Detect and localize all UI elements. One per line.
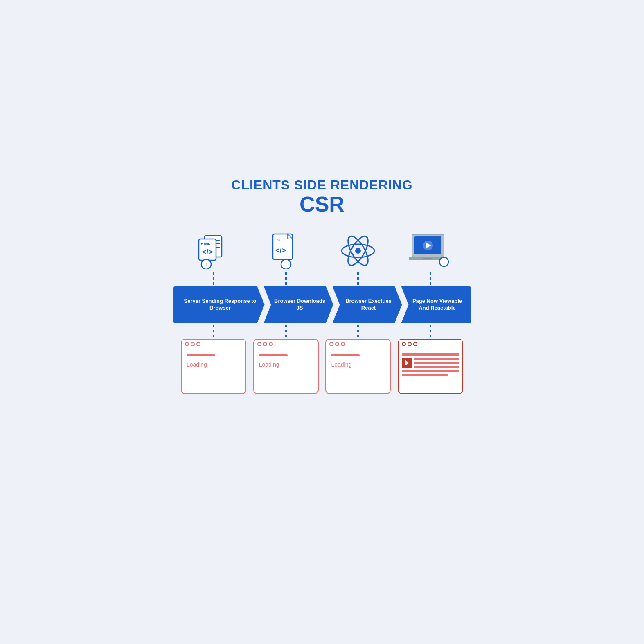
- browser-titlebar-1: [182, 340, 245, 349]
- browser-body-2: Loading: [254, 349, 318, 373]
- step3-arrow: Browser Exectues React: [333, 286, 402, 323]
- bottom-dash-1: [178, 325, 250, 337]
- content-block-row: [402, 358, 459, 368]
- browser-titlebar-4: [399, 340, 462, 349]
- loaded-content-4: [399, 349, 462, 380]
- browser-window-3: Loading: [325, 339, 391, 394]
- svg-rect-24: [423, 258, 432, 259]
- steps-row: Server Sending Response to Browser Brows…: [173, 286, 471, 323]
- browser-dot-1c: [196, 342, 200, 346]
- loading-bar-container-3: [331, 354, 385, 356]
- dash-1: [178, 272, 250, 285]
- browser-dot-1a: [185, 342, 189, 346]
- page-title-main: CLIENTS SIDE RENDERING: [231, 178, 412, 193]
- browser-cell-3: Loading: [322, 339, 394, 394]
- step1-label: Server Sending Response to Browser: [182, 298, 259, 312]
- svg-text:</>: </>: [202, 248, 213, 256]
- browser-dot-3a: [329, 342, 333, 346]
- browser-dot-4a: [402, 342, 406, 346]
- browser-dot-1b: [191, 342, 195, 346]
- browser-dot-4b: [408, 342, 412, 346]
- step2-arrow: Browser Downloads JS: [264, 286, 333, 323]
- content-line-1: [414, 358, 459, 360]
- browsers-row: Loading Loading: [173, 339, 471, 394]
- icons-row: HTML </> ↓ JS </>: [173, 232, 471, 269]
- js-file-icon: JS </> ↓: [270, 232, 302, 269]
- header: CLIENTS SIDE RENDERING CSR: [231, 178, 412, 216]
- content-block-bottom2: [402, 374, 448, 376]
- step4-arrow: Page Now ViewableAnd Reactable: [401, 286, 471, 323]
- bottom-dash-3: [322, 325, 394, 337]
- browser-dot-2b: [263, 342, 267, 346]
- browser-cell-2: Loading: [250, 339, 322, 394]
- content-line-2: [414, 362, 459, 364]
- bottom-dash-2: [250, 325, 322, 337]
- step2-label: Browser Downloads JS: [272, 298, 328, 312]
- svg-text:↓: ↓: [284, 261, 287, 268]
- browser-window-1: Loading: [181, 339, 246, 394]
- laptop-icon: ↓: [408, 232, 453, 269]
- svg-text:JS: JS: [275, 238, 280, 242]
- html-file-icon: HTML </> ↓: [193, 232, 234, 269]
- browser-body-1: Loading: [182, 349, 245, 373]
- step3-label: Browser Exectues React: [341, 298, 396, 312]
- bottom-dash-4: [394, 325, 467, 337]
- flow-diagram: HTML </> ↓ JS </>: [173, 232, 471, 394]
- browser-cell-4: [394, 339, 467, 394]
- loading-bar-3: [331, 354, 360, 356]
- browser-window-2: Loading: [253, 339, 319, 394]
- content-line-3: [414, 366, 459, 368]
- loading-label-3: Loading: [331, 361, 385, 368]
- content-block-top: [402, 353, 459, 356]
- page-container: CLIENTS SIDE RENDERING CSR HTML: [161, 161, 483, 483]
- svg-text:</>: </>: [275, 246, 286, 254]
- svg-text:HTML: HTML: [201, 242, 210, 245]
- content-lines: [414, 358, 459, 368]
- bottom-dashes-row: [173, 325, 471, 337]
- browser-dot-3b: [335, 342, 339, 346]
- page-title-sub: CSR: [231, 193, 412, 216]
- browser-dot-4c: [413, 342, 417, 346]
- browser-dot-2a: [257, 342, 261, 346]
- browser-dot-2c: [269, 342, 273, 346]
- browser-dot-3c: [341, 342, 345, 346]
- loading-bar-container-2: [259, 354, 313, 356]
- loading-bar-container-1: [187, 354, 241, 356]
- browser-window-4: [398, 339, 463, 394]
- browser-titlebar-2: [254, 340, 318, 349]
- content-play-icon: [402, 358, 412, 368]
- svg-point-18: [355, 248, 361, 254]
- svg-text:↓: ↓: [443, 259, 446, 265]
- dash-4: [394, 272, 467, 285]
- step4-label: Page Now ViewableAnd Reactable: [412, 298, 462, 312]
- step1-icon-cell: HTML </> ↓: [178, 232, 250, 269]
- loading-bar-2: [259, 354, 288, 356]
- step1-arrow: Server Sending Response to Browser: [173, 286, 265, 323]
- loading-label-2: Loading: [259, 361, 313, 368]
- browser-cell-1: Loading: [178, 339, 250, 394]
- dash-2: [250, 272, 322, 285]
- svg-text:↓: ↓: [205, 261, 207, 268]
- step4-icon-cell: ↓: [394, 232, 467, 269]
- browser-body-3: Loading: [326, 349, 390, 373]
- step2-icon-cell: JS </> ↓: [250, 232, 322, 269]
- step3-icon-cell: [322, 232, 394, 269]
- react-icon: [340, 232, 376, 269]
- browser-titlebar-3: [326, 340, 390, 349]
- top-dashes-row: [173, 272, 471, 285]
- content-block-bottom1: [402, 370, 459, 372]
- loading-label-1: Loading: [187, 361, 241, 368]
- dash-3: [322, 272, 394, 285]
- content-play-triangle: [405, 360, 409, 365]
- loading-bar-1: [187, 354, 215, 356]
